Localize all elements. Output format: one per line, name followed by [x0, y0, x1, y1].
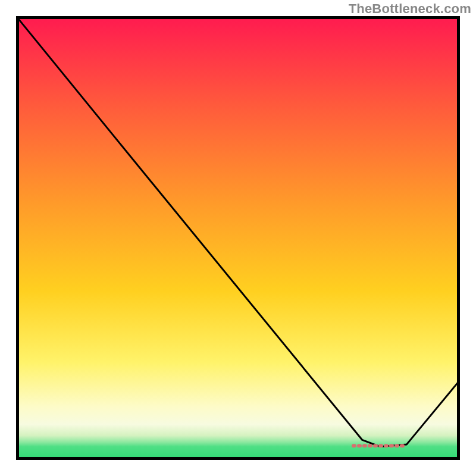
chart-container: TheBottleneck.com — [0, 0, 476, 476]
gradient-bg — [16, 16, 460, 460]
chart-svg — [16, 16, 460, 460]
plot-area — [16, 16, 460, 460]
watermark-text: TheBottleneck.com — [349, 1, 471, 17]
